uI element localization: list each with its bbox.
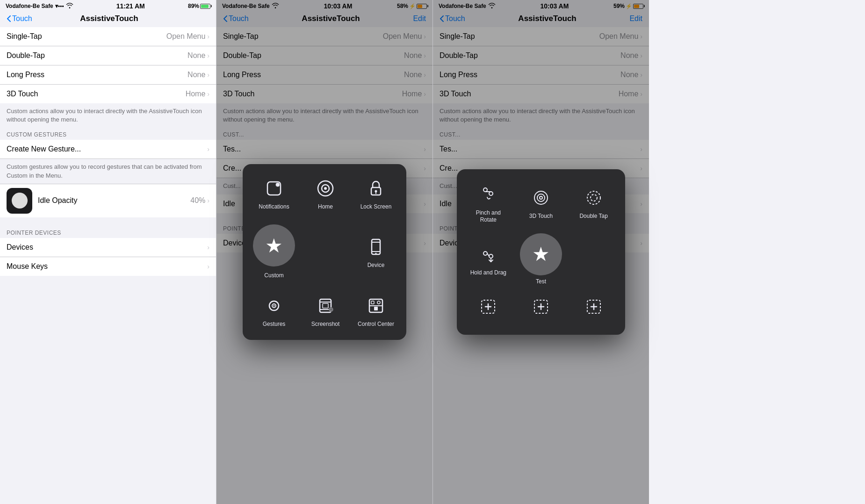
add3-icon-wrap (582, 295, 606, 319)
popup-test-center[interactable]: ★ Test (517, 233, 565, 286)
svg-point-33 (537, 194, 545, 202)
popup-menu-2: Notifications Home (243, 164, 406, 340)
svg-point-30 (489, 192, 493, 195)
phone-panel-3: Vodafone-Be Safe 10:03 AM 59% ⚡ Touch As… (433, 0, 649, 504)
add3-icon (584, 296, 604, 317)
holddrag-icon (478, 244, 498, 265)
popup-add-3[interactable] (569, 290, 618, 326)
opacity-content-1: Idle Opacity 40% › (38, 196, 209, 205)
doubletap-icon (584, 187, 604, 208)
test-circle: ★ (520, 233, 562, 275)
svg-point-38 (489, 254, 493, 258)
add1-icon-wrap (476, 295, 500, 319)
carrier-1: Vodafone-Be Safe (6, 3, 53, 9)
battery-percent-1: 89% (188, 3, 199, 9)
status-bar-1: Vodafone-Be Safe ▾▪▪▪ 11:21 AM 89% (0, 0, 216, 12)
svg-rect-9 (372, 239, 380, 254)
control-center-icon (366, 295, 386, 316)
status-left-1: Vodafone-Be Safe ▾▪▪▪ (6, 3, 73, 10)
nav-bar-1: Touch AssistiveTouch (0, 12, 216, 27)
pinch-icon-wrap (476, 182, 500, 207)
3dtouch-icon-wrap (529, 186, 553, 210)
create-gesture-row-1[interactable]: Create New Gesture... › (0, 140, 216, 159)
screenshot-icon (315, 295, 336, 316)
pinch-rotate-label: Pinch and Rotate (467, 209, 510, 224)
test-label: Test (536, 278, 546, 286)
popup-empty-3 (569, 233, 618, 286)
description-1: Custom actions allow you to interact dir… (0, 103, 216, 128)
popup-home[interactable]: Home (303, 172, 348, 216)
popup-add-2[interactable] (517, 290, 565, 326)
svg-rect-19 (323, 303, 328, 308)
popup-overlay-3[interactable]: Pinch and Rotate 3D Touch (433, 0, 649, 504)
screenshot-icon-wrap (313, 294, 338, 318)
popup-3dtouch[interactable]: 3D Touch (517, 178, 565, 229)
svg-point-32 (534, 191, 548, 204)
svg-point-5 (324, 187, 327, 190)
single-tap-label-1: Single-Tap (7, 32, 42, 41)
popup-control-center[interactable]: Control Center (353, 289, 399, 333)
popup-add-1[interactable] (464, 290, 512, 326)
devices-label-1: Devices (7, 243, 33, 252)
svg-rect-23 (331, 309, 332, 310)
notifications-icon (264, 178, 284, 199)
popup-gestures[interactable]: Gestures (250, 289, 298, 333)
device-icon-wrap (364, 235, 388, 259)
notifications-label: Notifications (259, 203, 289, 211)
popup-screenshot[interactable]: Screenshot (303, 289, 348, 333)
pinch-icon (478, 184, 498, 205)
opacity-row-1[interactable]: Idle Opacity 40% › (0, 184, 216, 217)
svg-point-12 (375, 253, 377, 254)
add2-icon-wrap (529, 295, 553, 319)
popup-lock-screen[interactable]: Lock Screen (353, 172, 399, 216)
custom-gestures-label-1: CUSTOM GESTURES (0, 128, 216, 140)
devices-row-1[interactable]: Devices › (0, 238, 216, 257)
home-label: Home (318, 203, 333, 211)
mousekeys-row-1[interactable]: Mouse Keys › (0, 257, 216, 276)
control-center-label: Control Center (358, 321, 394, 328)
create-gesture-section-1: Create New Gesture... › (0, 140, 216, 159)
3dtouch-row-1[interactable]: 3D Touch Home › (0, 85, 216, 103)
settings-section-1: Single-Tap Open Menu › Double-Tap None ›… (0, 27, 216, 103)
long-press-row-1[interactable]: Long Press None › (0, 65, 216, 85)
svg-point-37 (483, 252, 487, 255)
single-tap-row-1[interactable]: Single-Tap Open Menu › (0, 27, 216, 46)
popup-pinch-rotate[interactable]: Pinch and Rotate (464, 178, 512, 229)
back-button-1[interactable]: Touch (7, 14, 32, 23)
create-gesture-label-1: Create New Gesture... (7, 145, 81, 153)
battery-1: 89% (188, 3, 210, 9)
popup-notifications[interactable]: Notifications (250, 172, 298, 216)
device-label: Device (368, 262, 385, 269)
chevron-icon-1b: › (207, 52, 209, 59)
popup-hold-drag[interactable]: Hold and Drag (464, 233, 512, 286)
device-icon (366, 237, 386, 257)
star-icon-custom: ★ (265, 234, 283, 257)
svg-point-36 (591, 194, 597, 201)
chevron-devices-1: › (207, 244, 209, 251)
assistive-inner-1 (12, 193, 28, 209)
svg-point-28 (377, 301, 380, 304)
gestures-icon (264, 295, 284, 316)
pointer-label-1: POINTER DEVICES (0, 226, 216, 238)
add2-icon (531, 296, 551, 317)
svg-point-35 (587, 191, 600, 204)
assistive-button-1 (7, 188, 32, 214)
custom-circle: ★ (253, 224, 295, 266)
popup-empty-col (303, 220, 348, 284)
chevron-mousekeys-1: › (207, 263, 209, 270)
chevron-opacity-1: › (207, 197, 209, 204)
popup-double-tap[interactable]: Double Tap (569, 178, 618, 229)
holddrag-icon-wrap (476, 242, 500, 266)
double-tap-label: Double Tap (579, 213, 608, 220)
svg-rect-26 (374, 307, 378, 310)
3dtouch-value-1: Home › (186, 90, 209, 98)
popup-overlay-2[interactable]: Notifications Home (216, 0, 432, 504)
popup-custom[interactable]: ★ Custom (250, 220, 298, 284)
3dtouch-icon (531, 187, 551, 208)
svg-point-15 (274, 305, 275, 306)
separator-1 (0, 217, 216, 226)
home-icon-wrap (313, 176, 338, 201)
popup-device[interactable]: Device (353, 220, 399, 284)
svg-rect-27 (371, 301, 374, 304)
double-tap-row-1[interactable]: Double-Tap None › (0, 46, 216, 65)
